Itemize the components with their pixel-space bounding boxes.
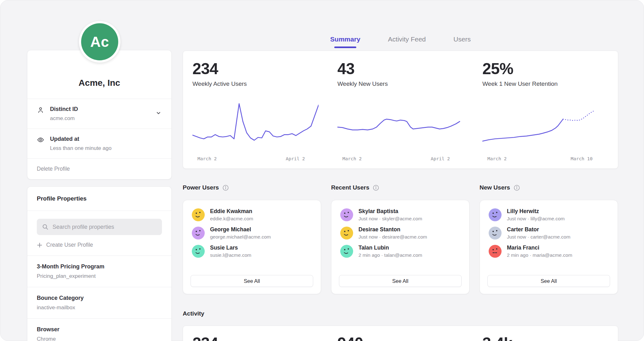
active-tab-underline	[334, 47, 357, 48]
face-avatar-icon	[489, 208, 502, 221]
x-tick-start: March 2	[342, 156, 362, 161]
profile-properties-title: Profile Properties	[27, 187, 171, 211]
activity-stat-value: 940	[337, 334, 464, 341]
activity-stat-value: 3.4k	[482, 334, 608, 341]
weekly-new-users-chart	[337, 100, 464, 152]
updated-at-value: Less than one minute ago	[50, 145, 151, 151]
company-profile-card: Acme, Inc Distinct ID acme.com	[27, 50, 172, 179]
user-detail: 2 min ago · maria@acme.com	[507, 252, 572, 258]
retention-column: 25% Week 1 New User Retention March 2 Ma…	[473, 51, 618, 168]
face-avatar-icon	[340, 245, 353, 258]
property-value: Chrome	[37, 336, 162, 341]
x-tick-start: March 2	[197, 156, 217, 161]
face-avatar-icon	[340, 227, 353, 239]
info-icon[interactable]	[222, 184, 229, 191]
user-list-item[interactable]: Talan Lubin 2 min ago · talan@acme.com	[340, 245, 460, 258]
property-value: inactive-mailbox	[37, 305, 162, 311]
power-users-header: Power Users	[183, 184, 229, 191]
tab-users[interactable]: Users	[453, 36, 471, 48]
tab-users-label: Users	[453, 36, 471, 43]
user-name: Carter Bator	[507, 226, 570, 233]
plus-icon	[37, 242, 42, 248]
user-name: Eddie Kwakman	[210, 208, 253, 215]
weekly-new-users-column: 43 Weekly New Users March 2 April 2	[328, 51, 473, 168]
user-detail: 2 min ago · talan@acme.com	[358, 252, 422, 258]
user-detail: susie.l@acme.com	[210, 252, 251, 258]
person-icon	[37, 106, 50, 114]
user-list-item[interactable]: Susie Lars susie.l@acme.com	[192, 245, 312, 258]
face-avatar-icon	[489, 245, 502, 258]
activity-stat-value: 234	[192, 334, 319, 341]
user-list-item[interactable]: Maria Franci 2 min ago · maria@acme.com	[489, 245, 609, 258]
profile-properties-card: Profile Properties Create User Profile 3…	[27, 186, 172, 341]
new-users-card: Lilly Herwitz Just now · lilly@acme.com …	[480, 200, 618, 294]
info-icon[interactable]	[514, 184, 520, 191]
x-axis-ticks: March 2 March 10	[482, 156, 608, 163]
new-users-header: New Users	[480, 184, 520, 191]
user-detail: eddie.k@acme.com	[210, 216, 253, 222]
user-list-item[interactable]: Skylar Baptista Just now · skyler@acme.c…	[340, 208, 460, 222]
user-detail: Just now · skyler@acme.com	[358, 216, 422, 222]
property-label: Bounce Category	[37, 295, 162, 301]
weekly-active-users-value: 234	[192, 60, 319, 78]
profile-properties-search[interactable]	[37, 219, 162, 235]
power-users-card: Eddie Kwakman eddie.k@acme.com George Mi…	[183, 200, 321, 294]
user-detail: Just now · desirare@acme.com	[358, 234, 427, 240]
tab-summary[interactable]: Summary	[330, 36, 360, 48]
updated-at-row: Updated at Less than one minute ago	[27, 129, 171, 158]
retention-chart	[482, 100, 608, 152]
user-list-item[interactable]: Carter Bator Just now · carter@acme.com	[489, 226, 609, 240]
distinct-id-expand-button[interactable]	[151, 110, 162, 118]
user-detail: george.michael@acme.com	[210, 234, 271, 240]
x-tick-end: April 2	[431, 156, 450, 161]
user-list-item[interactable]: George Michael george.michael@acme.com	[192, 226, 312, 240]
new-users-title: New Users	[480, 184, 510, 191]
recent-users-title: Recent Users	[331, 184, 369, 191]
power-users-title: Power Users	[183, 184, 219, 191]
user-name: Susie Lars	[210, 245, 251, 251]
x-axis-ticks: March 2 April 2	[192, 156, 319, 163]
user-list-item[interactable]: Desirae Stanton Just now · desirare@acme…	[340, 226, 460, 240]
user-name: Talan Lubin	[358, 245, 422, 251]
user-name: Lilly Herwitz	[507, 208, 565, 215]
info-icon[interactable]	[373, 184, 379, 191]
chevron-down-icon	[155, 110, 162, 118]
x-tick-start: March 2	[487, 156, 507, 161]
retention-value: 25%	[482, 60, 608, 78]
x-tick-end: March 10	[571, 156, 593, 161]
weekly-active-users-column: 234 Weekly Active Users March 2 April 2	[183, 51, 328, 168]
distinct-id-label: Distinct ID	[50, 106, 151, 113]
x-axis-ticks: March 2 April 2	[337, 156, 464, 163]
user-detail: Just now · carter@acme.com	[507, 234, 570, 240]
recent-users-card: Skylar Baptista Just now · skyler@acme.c…	[331, 200, 469, 294]
activity-card: 234 940 3.4k	[183, 326, 618, 341]
user-list-item[interactable]: Lilly Herwitz Just now · lilly@acme.com	[489, 208, 609, 222]
face-avatar-icon	[489, 227, 502, 239]
weekly-new-users-value: 43	[337, 60, 464, 78]
user-name: George Michael	[210, 226, 271, 233]
user-list-item[interactable]: Eddie Kwakman eddie.k@acme.com	[192, 208, 312, 222]
tab-activity-feed-label: Activity Feed	[388, 36, 426, 43]
property-row: Bounce Category inactive-mailbox	[27, 287, 171, 318]
retention-label: Week 1 New User Retention	[482, 80, 608, 87]
property-row: 3-Month Pricing Program Pricing_plan_exp…	[27, 256, 171, 287]
property-label: 3-Month Pricing Program	[37, 263, 162, 270]
create-user-profile-button[interactable]: Create User Profile	[37, 242, 162, 248]
see-all-button[interactable]: See All	[191, 275, 313, 287]
tab-activity-feed[interactable]: Activity Feed	[388, 36, 426, 48]
see-all-button[interactable]: See All	[487, 275, 610, 287]
distinct-id-row: Distinct ID acme.com	[27, 99, 171, 129]
delete-profile-button[interactable]: Delete Profile	[27, 158, 171, 179]
activity-section-title: Activity	[183, 310, 204, 317]
weekly-active-users-label: Weekly Active Users	[192, 80, 319, 87]
property-label: Browser	[37, 326, 162, 333]
see-all-button[interactable]: See All	[339, 275, 462, 287]
company-profile-page: Ac Acme, Inc Distinct ID acme.com	[0, 0, 644, 341]
tab-summary-label: Summary	[330, 36, 360, 43]
user-name: Maria Franci	[507, 245, 572, 251]
search-input[interactable]	[53, 224, 157, 230]
distinct-id-value: acme.com	[50, 115, 151, 122]
weekly-active-users-chart	[192, 100, 319, 152]
property-row: Browser Chrome	[27, 318, 171, 341]
face-avatar-icon	[192, 245, 205, 258]
